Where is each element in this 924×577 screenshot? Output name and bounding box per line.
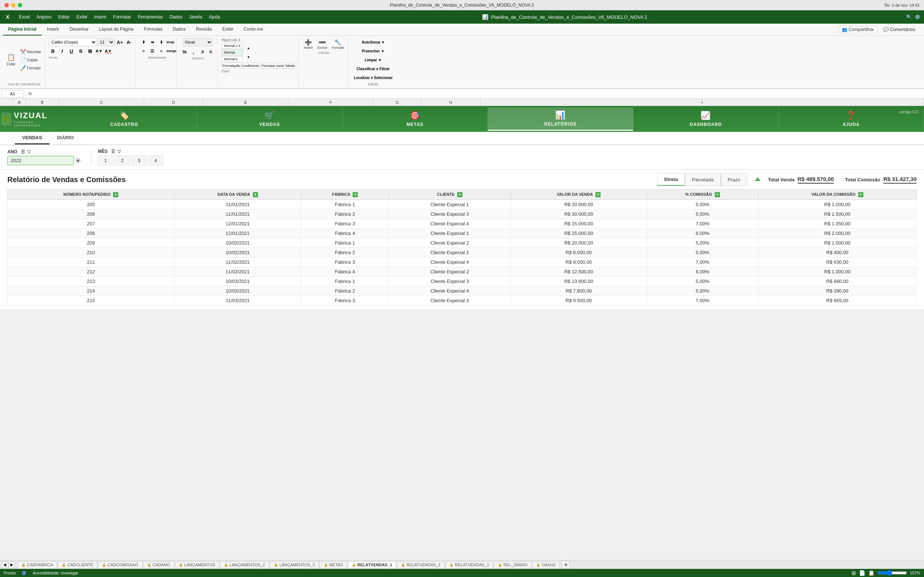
ano-spinner[interactable]: ● — [75, 158, 81, 163]
mes-filter-funnel[interactable]: ▽ — [118, 149, 121, 154]
col-header-A[interactable]: A — [13, 98, 26, 106]
month-3-button[interactable]: 3 — [131, 156, 146, 166]
font-decrease-button[interactable]: A- — [125, 38, 133, 46]
menu-janela[interactable]: Janela — [186, 13, 205, 21]
align-middle-button[interactable]: ➡ — [148, 38, 156, 46]
nav-dashboard[interactable]: 📈 DASHBOARD — [633, 108, 779, 131]
wrap-text-button[interactable]: wrap — [166, 38, 174, 46]
filter-cliente[interactable]: ▼ — [457, 192, 462, 197]
comma-button[interactable]: , — [189, 48, 197, 56]
share-button[interactable]: 👥 Compartilhar — [838, 26, 877, 33]
format-cells-button[interactable]: 🔧 Formato — [330, 38, 346, 50]
menu-ajuda[interactable]: Ajuda — [206, 13, 223, 21]
comments-button[interactable]: 💬 Comentários — [880, 26, 918, 33]
filter-icon-funnel[interactable]: ▽ — [27, 149, 31, 155]
styles-collapse-button[interactable]: ▼ — [244, 53, 252, 61]
number-format-select[interactable]: Geral — [183, 38, 213, 46]
col-header-C[interactable]: C — [59, 98, 144, 106]
clear-button[interactable]: Limpar ▼ — [360, 56, 387, 64]
cell-reference[interactable] — [2, 90, 24, 98]
font-increase-button[interactable]: A+ — [116, 38, 124, 46]
payment-direta[interactable]: Direta — [657, 173, 685, 186]
formula-input[interactable] — [35, 90, 922, 98]
search-icon[interactable]: 🔍 — [906, 15, 912, 19]
filter-icon-list[interactable]: ☰ — [21, 149, 25, 155]
tab-layout[interactable]: Layout da Página — [94, 24, 139, 35]
borders-button[interactable]: ⊞ — [86, 47, 94, 55]
paste-button[interactable]: 📋 Colar — [5, 53, 17, 67]
month-2-button[interactable]: 2 — [115, 156, 130, 166]
filter-valor[interactable]: ▼ — [595, 192, 601, 197]
ano-input[interactable] — [7, 156, 74, 165]
percent-button[interactable]: % — [180, 48, 189, 56]
menu-arquivo[interactable]: Arquivo — [34, 13, 55, 21]
font-size-select[interactable]: 11 — [98, 38, 115, 46]
col-header-B[interactable]: B — [26, 98, 59, 106]
align-left-button[interactable]: ≡ — [139, 47, 147, 55]
align-bottom-button[interactable]: ⬇ — [157, 38, 165, 46]
merge-center-button[interactable]: merge — [166, 47, 174, 55]
month-4-button[interactable]: 4 — [148, 156, 163, 166]
sort-filter-button[interactable]: Classificar e Filtrar — [352, 64, 394, 73]
tab-conte-me[interactable]: Conte-me — [239, 24, 269, 35]
autosum-button[interactable]: AutoSoma ▼ — [360, 38, 387, 46]
menu-dados[interactable]: Dados — [167, 13, 186, 21]
settings-icon[interactable]: ⚙️ — [915, 15, 920, 19]
nav-metas[interactable]: 🎯 METAS — [342, 108, 488, 131]
style-normal23[interactable]: Normal 2 3 — [221, 43, 243, 49]
nav-relatorios[interactable]: 📊 RELATÓRIOS — [488, 108, 633, 131]
window-controls[interactable] — [5, 3, 22, 7]
style-normal6[interactable]: Normal 6 — [221, 56, 243, 62]
cut-button[interactable]: ✂️Recortar — [18, 48, 42, 55]
maximize-button[interactable] — [18, 3, 22, 7]
filter-fabrica[interactable]: ▼ — [352, 192, 358, 197]
tab-inserir[interactable]: Inserir — [42, 24, 64, 35]
month-1-button[interactable]: 1 — [98, 156, 113, 166]
fill-color-button[interactable]: A▼ — [95, 47, 103, 55]
underline-button[interactable]: U — [67, 47, 75, 55]
styles-expand-button[interactable]: ▲ — [244, 44, 252, 52]
tab-dados[interactable]: Dados — [168, 24, 191, 35]
format-painter-button[interactable]: 🖌️Formato — [18, 64, 42, 72]
col-header-G[interactable]: G — [373, 98, 422, 106]
col-header-D[interactable]: D — [144, 98, 203, 106]
mes-filter-list[interactable]: ☰ — [111, 149, 115, 154]
menu-exibir[interactable]: Exibir — [74, 13, 90, 21]
filter-data[interactable]: ▼ — [253, 192, 258, 197]
menu-ferramentas[interactable]: Ferramentas — [135, 13, 166, 21]
tab-pagina-inicial[interactable]: Página Inicial — [3, 24, 42, 35]
fill-button[interactable]: Preencher ▼ — [360, 47, 387, 55]
col-header-E[interactable]: E — [203, 98, 288, 106]
tab-formulas[interactable]: Fórmulas — [139, 24, 168, 35]
filter-comissao-val[interactable]: ▼ — [858, 192, 863, 197]
minimize-button[interactable] — [11, 3, 16, 7]
decrease-decimal-button[interactable]: 0. — [207, 48, 215, 56]
nav-cadastro[interactable]: 🏷️ CADASTRO — [52, 108, 197, 131]
hyperlink-style[interactable]: HiperLink 3 — [221, 38, 240, 42]
tab-revisao[interactable]: Revisão — [191, 24, 217, 35]
nav-vendas[interactable]: 🛒 VENDAS — [197, 108, 342, 131]
menu-excel[interactable]: Excel — [16, 13, 32, 21]
conditional-format-button[interactable]: Formatação Condicional — [221, 63, 260, 69]
col-header-I[interactable]: I — [480, 98, 924, 106]
style-normal[interactable]: Normal — [221, 50, 243, 55]
bold-button[interactable]: B — [49, 47, 57, 55]
find-select-button[interactable]: Localizar e Selecionar — [352, 74, 394, 82]
italic-button[interactable]: I — [58, 47, 66, 55]
strikethrough-button[interactable]: S — [76, 47, 85, 55]
delete-cells-button[interactable]: ➖ Excluir — [316, 38, 329, 50]
align-top-button[interactable]: ⬆ — [139, 38, 147, 46]
align-center-button[interactable]: ☰ — [148, 47, 156, 55]
insert-cells-button[interactable]: ➕ Inserir — [302, 38, 315, 50]
close-button[interactable] — [5, 3, 9, 7]
menu-editar[interactable]: Editar — [55, 13, 73, 21]
copy-button[interactable]: 📄Copiar — [18, 56, 42, 63]
font-family-select[interactable]: Calibri (Corpo) — [49, 38, 97, 46]
menu-formatar[interactable]: Formatar — [110, 13, 134, 21]
menu-inserir[interactable]: Inserir — [91, 13, 110, 21]
payment-prazo[interactable]: Prazo — [721, 173, 747, 186]
filter-numero[interactable]: ▼ — [113, 192, 118, 197]
payment-parcelada[interactable]: Parcelada — [685, 173, 721, 186]
filter-comissao-pct[interactable]: ▼ — [715, 192, 720, 197]
sub-tab-diario[interactable]: DIÁRIO — [50, 132, 81, 144]
